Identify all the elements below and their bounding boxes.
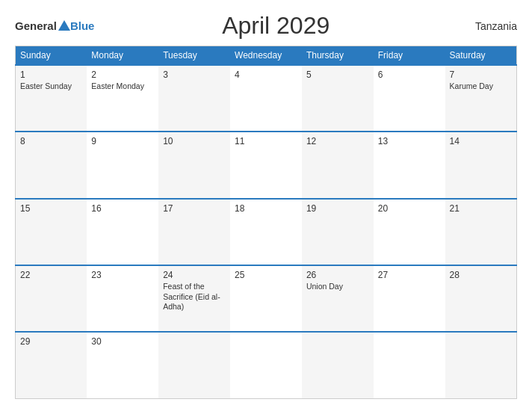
calendar-cell: 24Feast of the Sacrifice (Eid al-Adha) bbox=[158, 265, 230, 332]
calendar-cell: 11 bbox=[230, 132, 302, 198]
logo-general-text: General bbox=[15, 20, 57, 31]
cell-date-number: 9 bbox=[91, 136, 154, 146]
col-saturday: Saturday bbox=[445, 46, 517, 66]
weekday-header-row: Sunday Monday Tuesday Wednesday Thursday… bbox=[16, 46, 517, 66]
cell-event-label: Karume Day bbox=[450, 81, 512, 92]
logo-blue-text: Blue bbox=[70, 20, 95, 31]
cell-date-number: 11 bbox=[235, 136, 297, 146]
cell-event-label: Easter Sunday bbox=[20, 81, 82, 92]
calendar-cell: 19 bbox=[302, 199, 374, 265]
calendar-cell: 20 bbox=[374, 199, 445, 265]
cell-date-number: 30 bbox=[91, 336, 154, 347]
calendar-week-row: 2930 bbox=[16, 332, 517, 398]
cell-date-number: 18 bbox=[235, 203, 297, 214]
logo-triangle-icon bbox=[58, 20, 70, 31]
cell-date-number: 10 bbox=[163, 136, 226, 146]
calendar-cell: 17 bbox=[158, 199, 230, 265]
calendar-cell: 18 bbox=[230, 199, 302, 265]
calendar-cell: 1Easter Sunday bbox=[16, 65, 87, 132]
cell-date-number: 26 bbox=[306, 270, 369, 280]
logo: General Blue bbox=[15, 20, 94, 31]
calendar-cell: 8 bbox=[16, 132, 87, 198]
calendar-cell: 13 bbox=[374, 132, 445, 198]
calendar-cell: 26Union Day bbox=[302, 265, 374, 332]
page-title: April 2029 bbox=[94, 12, 457, 40]
calendar-cell: 30 bbox=[87, 332, 158, 398]
page: General Blue April 2029 Tanzania Sunday … bbox=[0, 0, 532, 411]
calendar-cell: 7Karume Day bbox=[445, 65, 517, 132]
calendar-cell: 4 bbox=[230, 65, 302, 132]
calendar-cell: 27 bbox=[374, 265, 445, 332]
cell-date-number: 5 bbox=[306, 69, 369, 80]
col-thursday: Thursday bbox=[302, 46, 374, 66]
cell-date-number: 29 bbox=[20, 336, 82, 347]
calendar-cell: 29 bbox=[16, 332, 87, 398]
cell-date-number: 20 bbox=[378, 203, 441, 214]
calendar-cell bbox=[230, 332, 302, 398]
country-label: Tanzania bbox=[457, 20, 517, 32]
cell-date-number: 21 bbox=[450, 203, 512, 214]
calendar-week-row: 1Easter Sunday2Easter Monday34567Karume … bbox=[16, 65, 517, 132]
cell-date-number: 12 bbox=[306, 136, 369, 146]
calendar-cell bbox=[445, 332, 517, 398]
calendar-cell: 5 bbox=[302, 65, 374, 132]
calendar-week-row: 15161718192021 bbox=[16, 199, 517, 265]
cell-date-number: 2 bbox=[91, 69, 154, 80]
cell-date-number: 4 bbox=[235, 69, 297, 80]
cell-date-number: 13 bbox=[378, 136, 441, 146]
calendar-week-row: 891011121314 bbox=[16, 132, 517, 198]
col-tuesday: Tuesday bbox=[158, 46, 230, 66]
cell-date-number: 27 bbox=[378, 270, 441, 280]
cell-event-label: Feast of the Sacrifice (Eid al-Adha) bbox=[163, 282, 226, 312]
calendar-cell: 21 bbox=[445, 199, 517, 265]
cell-event-label: Union Day bbox=[306, 282, 369, 292]
cell-date-number: 25 bbox=[235, 270, 297, 280]
calendar-cell: 10 bbox=[158, 132, 230, 198]
cell-date-number: 1 bbox=[20, 69, 82, 80]
cell-date-number: 28 bbox=[450, 270, 512, 280]
cell-date-number: 7 bbox=[450, 69, 512, 80]
calendar-cell: 23 bbox=[87, 265, 158, 332]
calendar-cell bbox=[158, 332, 230, 398]
cell-date-number: 22 bbox=[20, 270, 82, 280]
calendar-cell: 22 bbox=[16, 265, 87, 332]
calendar-cell: 25 bbox=[230, 265, 302, 332]
cell-date-number: 6 bbox=[378, 69, 441, 80]
cell-date-number: 3 bbox=[163, 69, 226, 80]
calendar-cell: 15 bbox=[16, 199, 87, 265]
calendar-cell: 16 bbox=[87, 199, 158, 265]
col-friday: Friday bbox=[374, 46, 445, 66]
col-monday: Monday bbox=[87, 46, 158, 66]
cell-date-number: 16 bbox=[91, 203, 154, 214]
calendar-cell: 2Easter Monday bbox=[87, 65, 158, 132]
col-wednesday: Wednesday bbox=[230, 46, 302, 66]
calendar-table: Sunday Monday Tuesday Wednesday Thursday… bbox=[15, 46, 517, 399]
calendar-cell: 6 bbox=[374, 65, 445, 132]
calendar-week-row: 222324Feast of the Sacrifice (Eid al-Adh… bbox=[16, 265, 517, 332]
col-sunday: Sunday bbox=[16, 46, 87, 66]
cell-date-number: 15 bbox=[20, 203, 82, 214]
calendar-cell: 28 bbox=[445, 265, 517, 332]
calendar-cell: 3 bbox=[158, 65, 230, 132]
calendar-cell: 14 bbox=[445, 132, 517, 198]
header: General Blue April 2029 Tanzania bbox=[15, 12, 517, 40]
cell-date-number: 8 bbox=[20, 136, 82, 146]
cell-date-number: 19 bbox=[306, 203, 369, 214]
calendar-cell bbox=[302, 332, 374, 398]
cell-date-number: 14 bbox=[450, 136, 512, 146]
cell-date-number: 17 bbox=[163, 203, 226, 214]
cell-date-number: 24 bbox=[163, 270, 226, 280]
calendar-cell: 9 bbox=[87, 132, 158, 198]
cell-date-number: 23 bbox=[91, 270, 154, 280]
calendar-cell bbox=[374, 332, 445, 398]
calendar-cell: 12 bbox=[302, 132, 374, 198]
cell-event-label: Easter Monday bbox=[91, 81, 154, 92]
